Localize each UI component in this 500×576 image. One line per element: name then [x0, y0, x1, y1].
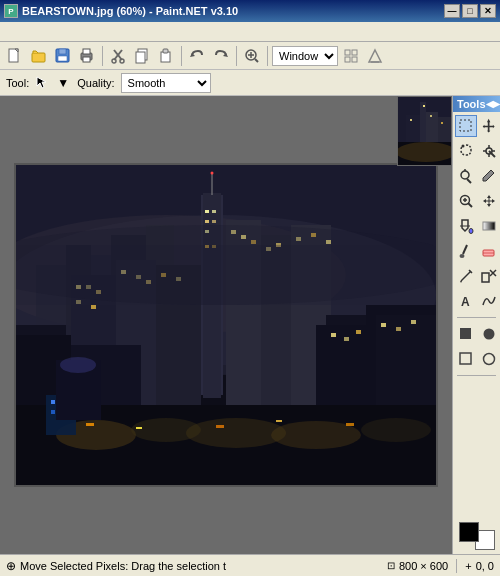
svg-point-12	[120, 59, 124, 63]
tools-grid: A	[453, 112, 500, 315]
tools-panel-title: Tools	[457, 98, 486, 110]
svg-rect-119	[460, 120, 471, 131]
save-button[interactable]	[52, 45, 74, 67]
canvas-container[interactable]	[14, 163, 438, 487]
copy-button[interactable]	[131, 45, 153, 67]
svg-point-136	[469, 229, 473, 234]
svg-line-142	[461, 271, 471, 281]
gradient-tool[interactable]	[478, 215, 500, 237]
paintbrush-tool[interactable]	[455, 240, 477, 262]
cut-button[interactable]	[107, 45, 129, 67]
svg-rect-2	[32, 53, 45, 62]
svg-rect-44	[212, 220, 216, 223]
rectangle-select-tool[interactable]	[455, 115, 477, 137]
paste-button[interactable]	[155, 45, 177, 67]
svg-rect-23	[345, 50, 350, 55]
svg-rect-101	[331, 333, 336, 337]
tools-panel-arrows: ◀▶	[486, 99, 500, 109]
dimensions-icon: ⊡	[387, 560, 395, 571]
svg-rect-105	[396, 327, 401, 331]
move-tool[interactable]	[478, 115, 500, 137]
svg-rect-8	[83, 57, 90, 62]
toolbar-extra-2[interactable]	[364, 45, 386, 67]
separator-2	[181, 46, 182, 66]
svg-rect-16	[163, 49, 168, 53]
zoom-tool[interactable]	[455, 190, 477, 212]
magic-wand-tool[interactable]	[478, 140, 500, 162]
outline-ellipse-tool[interactable]	[478, 348, 500, 370]
pencil-tool[interactable]	[455, 265, 477, 287]
menu-bar	[0, 22, 500, 42]
tools-divider-2	[457, 375, 496, 376]
svg-rect-42	[212, 210, 216, 213]
separator-1	[102, 46, 103, 66]
redo-button[interactable]	[210, 45, 232, 67]
svg-point-49	[211, 172, 214, 175]
zoom-dropdown[interactable]: Window50%60%75%100%150%200%	[272, 46, 338, 66]
minimize-button[interactable]: —	[444, 4, 460, 18]
svg-point-114	[398, 142, 452, 162]
zoom-in-button[interactable]	[241, 45, 263, 67]
svg-rect-145	[482, 273, 489, 282]
app-icon: P	[4, 4, 18, 18]
window-controls[interactable]: — □ ✕	[444, 4, 496, 18]
toolbar-extra-1[interactable]	[340, 45, 362, 67]
svg-rect-151	[460, 353, 471, 364]
close-button[interactable]: ✕	[480, 4, 496, 18]
filled-ellipse-tool[interactable]	[478, 323, 500, 345]
svg-rect-115	[423, 105, 425, 107]
recolor-tool[interactable]	[478, 165, 500, 187]
maximize-button[interactable]: □	[462, 4, 478, 18]
color-swatches[interactable]	[459, 522, 495, 550]
text-tool[interactable]: A	[455, 290, 477, 312]
svg-marker-27	[369, 50, 381, 62]
svg-rect-102	[344, 337, 349, 341]
quality-label: Quality:	[77, 77, 114, 89]
svg-point-128	[461, 171, 469, 179]
lasso-tool[interactable]	[455, 140, 477, 162]
svg-marker-143	[460, 281, 462, 283]
foreground-color-swatch[interactable]	[459, 522, 479, 542]
status-bar: ⊕ Move Selected Pixels: Drag the selecti…	[0, 554, 500, 576]
open-button[interactable]	[28, 45, 50, 67]
title-bar: P BEARSTOWN.jpg (60%) - Paint.NET v3.10 …	[0, 0, 500, 22]
eraser-tool[interactable]	[478, 240, 500, 262]
new-button[interactable]	[4, 45, 26, 67]
svg-rect-25	[345, 57, 350, 62]
undo-button[interactable]	[186, 45, 208, 67]
tools-panel-header: Tools ◀▶	[453, 96, 500, 112]
curves-tool[interactable]	[478, 290, 500, 312]
tool-cursor-indicator	[35, 75, 49, 91]
svg-point-150	[484, 329, 495, 340]
svg-text:A: A	[461, 295, 470, 309]
svg-rect-104	[381, 323, 386, 327]
svg-rect-91	[216, 425, 224, 428]
canvas-image[interactable]	[16, 165, 436, 485]
clone-stamp-tool[interactable]	[455, 165, 477, 187]
quality-select[interactable]: Smooth Nearest Neighbor Linear	[121, 73, 211, 93]
svg-rect-116	[430, 115, 432, 117]
svg-marker-17	[190, 53, 195, 57]
zoom-select[interactable]: Window50%60%75%100%150%200%	[272, 46, 338, 66]
svg-rect-43	[205, 220, 209, 223]
svg-point-75	[16, 225, 436, 305]
pan-tool[interactable]	[478, 190, 500, 212]
shapes-tool[interactable]	[478, 265, 500, 287]
status-separator	[456, 559, 457, 573]
tool-label: Tool:	[6, 77, 29, 89]
svg-rect-41	[205, 210, 209, 213]
outline-rect-tool[interactable]	[455, 348, 477, 370]
canvas-dimensions: 800 × 600	[399, 560, 448, 572]
paintbucket-tool[interactable]	[455, 215, 477, 237]
color-swatch-area	[453, 518, 500, 554]
svg-point-86	[186, 418, 286, 448]
filled-rect-tool[interactable]	[455, 323, 477, 345]
svg-rect-95	[51, 400, 55, 404]
tool-cursor-dropdown[interactable]: ▼	[55, 72, 71, 94]
svg-rect-4	[59, 49, 66, 54]
print-button[interactable]	[76, 45, 98, 67]
svg-rect-26	[352, 57, 357, 62]
svg-rect-118	[441, 122, 443, 124]
canvas-area[interactable]	[0, 96, 452, 554]
svg-marker-18	[223, 53, 228, 57]
